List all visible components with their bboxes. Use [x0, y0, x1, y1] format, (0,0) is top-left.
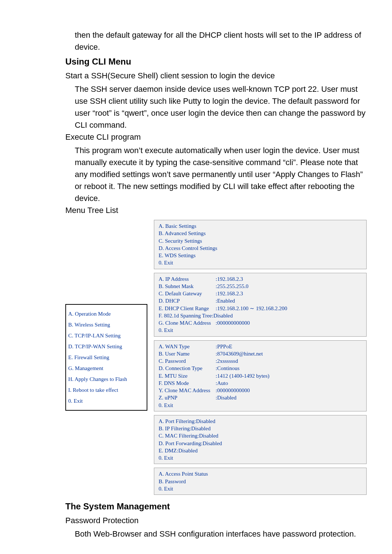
- main-menu-item: B. Wireless Setting: [68, 319, 144, 330]
- panel-item: B. Password: [159, 478, 362, 485]
- panel-item: A. Access Point Status: [159, 470, 362, 477]
- main-menu-item: G. Management: [68, 363, 144, 374]
- ssh-body: The SSH server daemon inside device uses…: [75, 83, 367, 131]
- main-menu-item: A. Operation Mode: [68, 308, 144, 319]
- panel-item: C. Security Settings: [159, 237, 362, 245]
- panel-item: 0. Exit: [159, 259, 362, 266]
- panel-item: E. DMZ:Disabled: [159, 447, 362, 454]
- main-menu-item: 0. Exit: [68, 395, 144, 406]
- panel-item: D. Port Forwarding:Disabled: [159, 440, 362, 447]
- menu-tree-heading: Menu Tree List: [65, 204, 367, 216]
- panel-item: F. DNS ModeAuto: [159, 379, 362, 387]
- panel-item: B. IP Filtering:Disabled: [159, 425, 362, 432]
- password-heading: Password Protection: [65, 514, 367, 526]
- panel-item: B. Advanced Settings: [159, 230, 362, 237]
- section-heading-cli: Using CLI Menu: [65, 57, 367, 67]
- main-menu-item: D. TCP/IP-WAN Setting: [68, 341, 144, 352]
- wan-submenu-panel: A. WAN TypePPPoE B. User Name87043609@hi…: [154, 340, 367, 411]
- intro-text: then the default gateway for all the DHC…: [75, 29, 367, 53]
- panel-item: 0. Exit: [159, 485, 362, 492]
- panel-item: E. DHCP Client Range192.168.2.100 ∼ 192.…: [159, 305, 362, 312]
- cli-heading: Execute CLI program: [65, 131, 367, 143]
- firewall-submenu-panel: A. Port Filtering:Disabled B. IP Filteri…: [154, 415, 367, 464]
- panel-item: D. Access Control Settings: [159, 245, 362, 252]
- panel-item: E. MTU Size1412 (1400-1492 bytes): [159, 372, 362, 379]
- panel-item: A. IP Address192.168.2.3: [159, 275, 362, 283]
- panel-item: B. Subnet Mask255.255.255.0: [159, 283, 362, 290]
- main-menu-item: C. TCP/IP-LAN Setting: [68, 330, 144, 341]
- panel-item: A. Basic Settings: [159, 222, 362, 230]
- panel-item: F. 802.1d Spanning TreeDisabled: [159, 312, 362, 319]
- submenu-column: A. Basic Settings B. Advanced Settings C…: [154, 220, 367, 495]
- panel-item: Y. Clone MAC Address000000000000: [159, 387, 362, 394]
- main-menu-box: A. Operation Mode B. Wireless Setting C.…: [65, 304, 147, 411]
- cli-body: This program won’t execute automatically…: [75, 144, 367, 204]
- panel-item: C. MAC Filtering:Disabled: [159, 432, 362, 439]
- main-menu-item: H. Apply Changes to Flash: [68, 374, 144, 385]
- panel-item: 0. Exit: [159, 402, 362, 409]
- panel-item: D. Connection TypeContinous: [159, 365, 362, 372]
- ssh-heading: Start a SSH(Secure Shell) client session…: [65, 70, 367, 82]
- panel-item: A. WAN TypePPPoE: [159, 343, 362, 350]
- panel-item: G. Clone MAC Address000000000000: [159, 319, 362, 327]
- main-menu-item: I. Reboot to take effect: [68, 385, 144, 395]
- panel-item: E. WDS Settings: [159, 252, 362, 259]
- menu-tree-diagram: A. Operation Mode B. Wireless Setting C.…: [65, 220, 367, 495]
- wireless-submenu-panel: A. Basic Settings B. Advanced Settings C…: [154, 220, 367, 269]
- management-submenu-panel: A. Access Point Status B. Password 0. Ex…: [154, 468, 367, 495]
- panel-item: B. User Name87043609@hinet.net: [159, 350, 362, 357]
- panel-item: C. Default Gateway192.168.2.3: [159, 290, 362, 297]
- panel-item: Z. uPNPDisabled: [159, 394, 362, 401]
- lan-submenu-panel: A. IP Address192.168.2.3 B. Subnet Mask2…: [154, 273, 367, 337]
- main-menu-item: E. Firewall Setting: [68, 352, 144, 363]
- panel-item: 0. Exit: [159, 327, 362, 334]
- panel-item: 0. Exit: [159, 454, 362, 461]
- panel-item: C. Password2xssssssd: [159, 357, 362, 365]
- section-heading-system-management: The System Management: [65, 501, 367, 512]
- password-body: Both Web-Browser and SSH configuration i…: [75, 528, 367, 540]
- panel-item: A. Port Filtering:Disabled: [159, 418, 362, 425]
- panel-item: D. DHCPEnabled: [159, 297, 362, 304]
